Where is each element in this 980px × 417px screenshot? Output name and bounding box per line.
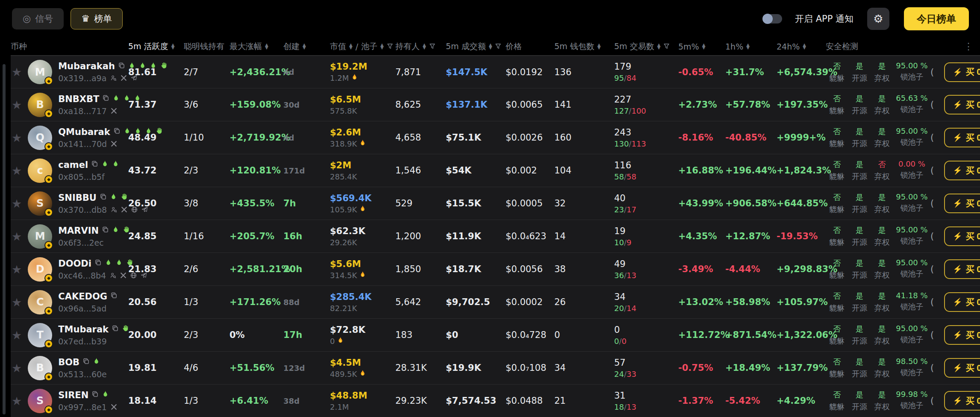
mcap-pool-cell: $2M285.4K [330,160,395,181]
sort-icon[interactable]: ▲▼ [171,44,175,49]
column-header-vol[interactable]: 5m 成交额▲▼ [446,41,506,52]
row-edge-mark: ( [930,264,934,274]
scan-icon[interactable] [110,73,117,83]
table-row[interactable]: ★B◆BOB0x513...60e19.814/6+51.56%123d$4.5… [11,352,980,385]
table-row[interactable]: ★T◆TMubarak0x7ed...b3920.002/30%17h$72.8… [11,319,980,352]
table-row[interactable]: ★M◆MARVIN0x6f3...2ec24.851/16+205.7%16h$… [11,220,980,253]
sort-icon[interactable]: ▲▼ [423,44,426,49]
column-header-menu[interactable]: ⋮ [930,41,980,52]
sort-icon[interactable]: ▲▼ [702,44,706,49]
quick-buy-button[interactable]: ⚡买 0 [944,259,980,279]
token-cell: ★B◆BNBXBT0xa18...717 [11,93,128,117]
copy-address-icon[interactable] [95,259,101,267]
column-header-h24[interactable]: 24h%▲▼ [777,42,826,51]
sort-icon[interactable]: ▲▼ [803,44,806,49]
quick-buy-button[interactable]: ⚡买 0 [944,226,980,246]
favorite-star-icon[interactable]: ★ [12,65,22,79]
tab-board[interactable]: ♛ 榜单 [71,8,123,29]
filter-funnel-icon[interactable] [387,42,393,51]
quick-buy-button[interactable]: ⚡买 0 [944,325,980,345]
favorite-star-icon[interactable]: ★ [12,361,22,375]
price-cell: $0.0002 [506,297,554,307]
sort-icon[interactable]: ▲▼ [746,44,750,49]
scan-icon[interactable] [110,271,116,280]
security-honeypot-value: 否 [833,94,841,104]
column-header-mcap[interactable]: 市值▲▼/池子▲▼ [330,41,395,52]
column-header-gain[interactable]: 最大涨幅▲▼ [230,41,283,52]
x-icon[interactable] [121,73,127,83]
tab-signal[interactable]: ◎ 信号 [12,8,64,29]
sort-icon[interactable]: ▲▼ [489,44,492,49]
scan-icon[interactable] [111,205,117,214]
column-header-h1[interactable]: 1h%▲▼ [725,42,777,51]
max-gain-cell: +6.41% [230,396,283,406]
quick-buy-button[interactable]: ⚡买 0 [944,161,980,180]
x-icon[interactable] [121,205,127,214]
favorite-star-icon[interactable]: ★ [12,197,22,210]
sort-icon[interactable]: ▲▼ [380,44,384,49]
quick-buy-button[interactable]: ⚡买 0 [944,128,980,147]
column-header-activity[interactable]: 5m 活跃度▲▼ [128,41,184,52]
column-header-wallets[interactable]: 5m 钱包数▲▼ [554,41,614,52]
table-row[interactable]: ★c◆camel0x805...b5f43.722/3+120.81%171d$… [11,154,980,187]
token-address: 0x96a...5ad [58,304,106,313]
column-header-created[interactable]: 创建▲▼ [283,41,330,52]
column-header-holders[interactable]: 持有人▲▼ [395,41,446,52]
copy-address-icon[interactable] [111,292,117,300]
favorite-star-icon[interactable]: ★ [12,263,22,276]
favorite-star-icon[interactable]: ★ [12,98,22,112]
copy-address-icon[interactable] [83,358,89,366]
quick-buy-button[interactable]: ⚡买 0 [944,358,980,378]
favorite-star-icon[interactable]: ★ [12,296,22,309]
table-row[interactable]: ★S◆SNIBBU0x370...db826.503/8+435.5%7h$56… [11,187,980,220]
sort-icon[interactable]: ▲▼ [303,44,306,49]
copy-address-icon[interactable] [112,325,118,333]
quick-buy-button[interactable]: ⚡买 0 [944,194,980,213]
today-board-button[interactable]: 今日榜单 [904,7,969,30]
copy-address-icon[interactable] [102,226,109,235]
security-open-source: 是开源 [848,390,871,412]
column-settings-icon[interactable]: ⋮ [964,41,973,52]
filter-funnel-icon[interactable] [663,42,670,51]
quick-buy-button[interactable]: ⚡买 0 [944,391,980,411]
copy-address-icon[interactable] [92,391,98,399]
quick-buy-button[interactable]: ⚡买 0 [944,95,980,115]
sort-icon[interactable]: ▲▼ [597,44,601,49]
max-gain-cell: +159.08% [230,100,283,110]
x-icon[interactable] [111,139,117,149]
copy-address-icon[interactable] [114,128,120,136]
filter-funnel-icon[interactable] [429,42,436,51]
column-header-m5[interactable]: 5m%▲▼ [678,42,725,51]
copy-address-icon[interactable] [103,95,109,103]
favorite-star-icon[interactable]: ★ [12,164,22,177]
sort-icon[interactable]: ▲▼ [349,44,353,49]
copy-address-icon[interactable] [91,161,98,169]
x-icon[interactable] [111,106,117,116]
x-icon[interactable] [120,271,127,280]
table-row[interactable]: ★S◆SIREN0x997...8e118.141/3+6.41%38d$48.… [11,385,980,417]
quick-buy-button[interactable]: ⚡买 0 [944,62,980,82]
favorite-star-icon[interactable]: ★ [12,131,22,144]
table-row[interactable]: ★C◆CAKEDOG0x96a...5ad20.561/3+171.26%88d… [11,286,980,319]
column-header-txs[interactable]: 5m 交易数▲▼ [614,41,678,52]
x-icon[interactable] [111,402,117,412]
sort-icon[interactable]: ▲▼ [265,44,268,49]
quick-buy-button[interactable]: ⚡买 0 [944,292,980,312]
favorite-star-icon[interactable]: ★ [12,394,22,408]
copy-address-icon[interactable] [118,62,125,70]
table-row[interactable]: ★Q◆QMubarak0x141...70d48.491/10+2,719.92… [11,121,980,154]
change-24h-cell: +6,574.39% [777,67,826,77]
favorite-star-icon[interactable]: ★ [12,230,22,243]
filter-funnel-icon[interactable] [495,42,501,51]
app-notify-toggle[interactable] [762,14,782,23]
settings-button[interactable]: ⚙ [867,8,889,30]
max-gain-cell: +2,436.21% [230,67,283,77]
security-renounced: 是弃权 [871,258,893,280]
table-row[interactable]: ★M◆Mubarakah0x319...a9a81.612/7+2,436.21… [11,56,980,88]
table-row[interactable]: ★B◆BNBXBT0xa18...71771.373/6+159.08%30d$… [11,88,980,121]
copy-address-icon[interactable] [100,194,106,202]
sort-icon[interactable]: ▲▼ [657,44,661,49]
favorite-star-icon[interactable]: ★ [12,329,22,342]
table-row[interactable]: ★D◆DOODi0xc46...8b421.832/6+2,581.21%20h… [11,253,980,286]
left-scrollbar[interactable] [3,64,6,414]
